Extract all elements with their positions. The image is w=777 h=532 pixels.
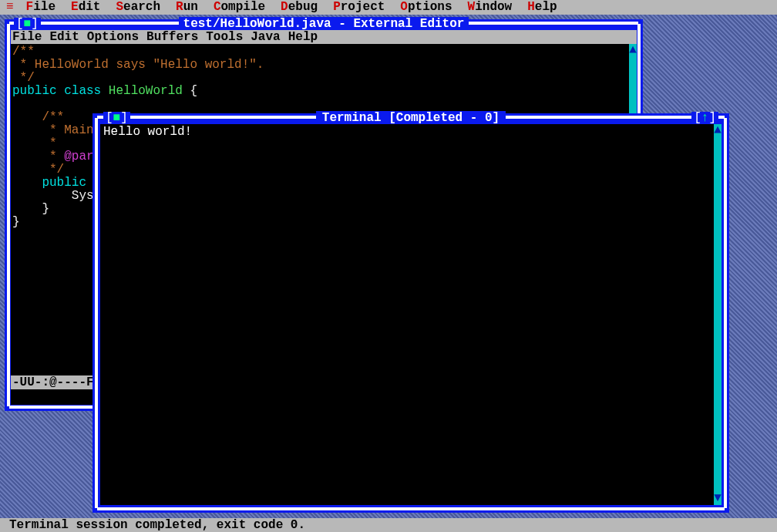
editor-inner-menubar[interactable]: File Edit Options Buffers Tools Java Hel… (11, 30, 637, 44)
desktop: test/HelloWorld.java - External Editor [… (0, 15, 777, 518)
menu-compile[interactable]: Compile (214, 1, 265, 14)
inner-menu-buffers[interactable]: Buffers (146, 31, 198, 44)
scroll-down-icon[interactable]: ▼ (714, 492, 722, 505)
menu-file[interactable]: File (26, 1, 56, 14)
menu-project[interactable]: Project (333, 1, 385, 14)
inner-menu-file[interactable]: File (12, 31, 42, 44)
menu-options[interactable]: Options (400, 1, 452, 14)
inner-menu-help[interactable]: Help (288, 31, 318, 44)
system-menu-icon[interactable]: ≡ (6, 1, 14, 14)
inner-menu-options[interactable]: Options (87, 31, 139, 44)
menu-search[interactable]: Search (116, 1, 160, 14)
menu-edit[interactable]: Edit (71, 1, 100, 14)
terminal-close-button[interactable]: [■] (103, 112, 130, 125)
terminal-content: Hello world! ▲ ▼ (100, 124, 722, 505)
menu-help[interactable]: Help (527, 1, 557, 14)
inner-menu-edit[interactable]: Edit (49, 31, 79, 44)
scroll-up-icon[interactable]: ▲ (714, 124, 722, 137)
menu-run[interactable]: Run (176, 1, 198, 14)
terminal-output: Hello world! (100, 124, 722, 140)
scroll-up-icon[interactable]: ▲ (629, 44, 637, 57)
terminal-scrollbar[interactable]: ▲ ▼ (714, 124, 722, 505)
terminal-window[interactable]: Terminal [Completed - 0] [■] [↑] Hello w… (92, 113, 729, 513)
inner-menu-tools[interactable]: Tools (206, 31, 243, 44)
editor-window-title: test/HelloWorld.java - External Editor (5, 18, 643, 31)
editor-close-button[interactable]: [■] (14, 18, 41, 31)
inner-menu-java[interactable]: Java (251, 31, 280, 44)
menu-window[interactable]: Window (468, 1, 513, 14)
menubar[interactable]: ≡ File Edit Search Run Compile Debug Pro… (0, 0, 777, 15)
status-line: Terminal session completed, exit code 0. (0, 518, 777, 532)
menu-debug[interactable]: Debug (281, 1, 318, 14)
status-text: Terminal session completed, exit code 0. (9, 519, 305, 532)
terminal-window-title: Terminal [Completed - 0] (92, 112, 729, 125)
